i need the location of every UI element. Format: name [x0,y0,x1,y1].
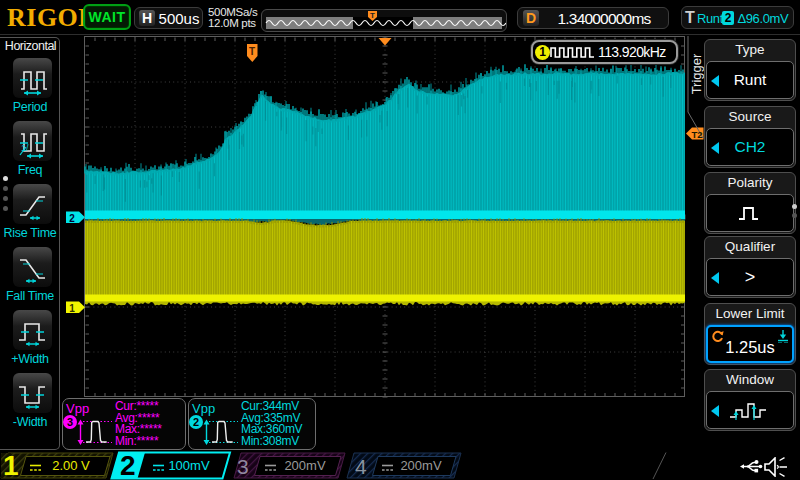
svg-text:T: T [249,46,255,57]
svg-text:2: 2 [69,213,75,224]
svg-text:T: T [370,11,375,20]
svg-text:1: 1 [69,303,75,314]
